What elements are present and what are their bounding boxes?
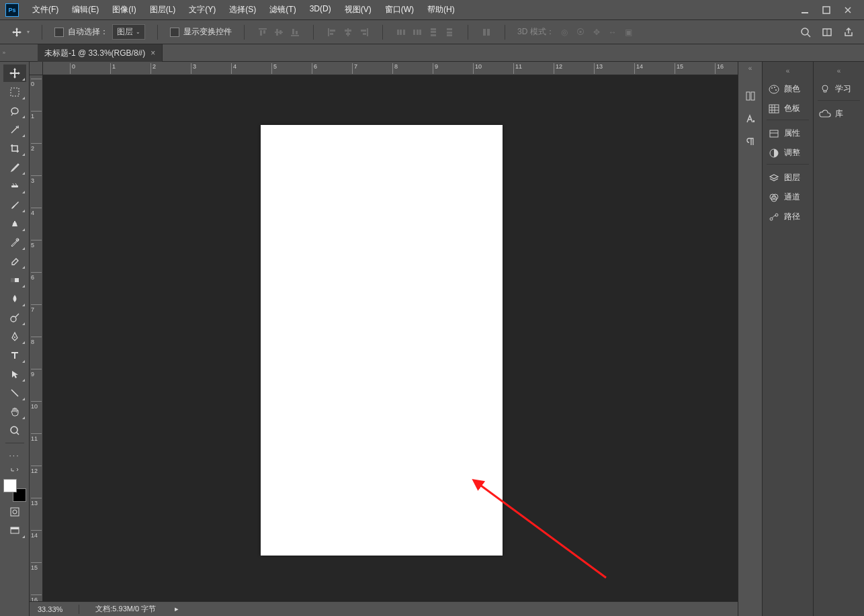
menu-select[interactable]: 选择(S)	[224, 1, 261, 18]
healing-brush-tool[interactable]	[3, 177, 26, 195]
menu-image[interactable]: 图像(I)	[107, 1, 141, 18]
zoom-tool[interactable]	[3, 422, 26, 439]
tool-preset-caret-icon[interactable]: ▾	[27, 29, 30, 35]
path-selection-tool[interactable]	[3, 365, 26, 383]
3d-orbit-icon[interactable]: ◎	[558, 26, 570, 38]
collapse-panels-icon[interactable]: «	[748, 64, 752, 72]
share-icon[interactable]	[843, 26, 855, 38]
distribute-v1-icon[interactable]	[427, 26, 439, 38]
lasso-tool[interactable]	[3, 102, 26, 120]
align-top-icon[interactable]	[257, 26, 269, 38]
pen-tool[interactable]	[3, 328, 26, 345]
document-tab[interactable]: 未标题-1 @ 33.3%(RGB/8#) ×	[38, 44, 163, 62]
panel-channels[interactable]: 通道	[763, 187, 813, 207]
svg-rect-47	[11, 527, 19, 529]
chevron-down-icon: ⌄	[136, 29, 140, 35]
menu-window[interactable]: 窗口(W)	[380, 1, 419, 18]
maximize-button[interactable]	[821, 5, 832, 15]
foreground-color[interactable]	[3, 479, 17, 492]
3d-scale-icon[interactable]: ▣	[623, 26, 635, 38]
search-icon[interactable]	[800, 26, 812, 38]
eraser-tool[interactable]	[3, 253, 26, 270]
close-tab-icon[interactable]: ×	[150, 48, 155, 58]
panel-paths[interactable]: 路径	[763, 207, 813, 226]
svg-rect-18	[361, 30, 366, 32]
panel-libraries[interactable]: 库	[814, 104, 864, 124]
artboard[interactable]	[261, 125, 503, 556]
menu-view[interactable]: 视图(V)	[339, 1, 377, 18]
show-transform-checkbox[interactable]	[170, 28, 179, 37]
magic-wand-tool[interactable]	[3, 121, 26, 138]
distribute-h1-icon[interactable]	[395, 26, 407, 38]
panel-learn[interactable]: 学习	[814, 79, 864, 99]
menu-help[interactable]: 帮助(H)	[422, 1, 460, 18]
close-button[interactable]	[843, 5, 853, 15]
distribute-v2-icon[interactable]	[443, 26, 456, 38]
marquee-tool[interactable]	[3, 83, 26, 101]
align-right-icon[interactable]	[358, 26, 370, 38]
color-swatches[interactable]	[3, 479, 26, 502]
ruler-tick: 4	[31, 208, 42, 216]
svg-point-55	[775, 89, 777, 91]
menu-type[interactable]: 文字(Y)	[183, 1, 221, 18]
auto-align-icon[interactable]	[480, 26, 492, 38]
brush-tool[interactable]	[3, 196, 26, 214]
history-brush-tool[interactable]	[3, 234, 26, 251]
canvas-viewport[interactable]	[43, 75, 738, 601]
screen-mode-button[interactable]	[3, 522, 26, 539]
paragraph-panel-icon[interactable]	[744, 136, 757, 148]
window-controls	[800, 5, 859, 15]
shape-tool[interactable]	[3, 384, 26, 402]
eyedropper-tool[interactable]	[3, 159, 26, 176]
3d-roll-icon[interactable]: ⦿	[574, 26, 587, 38]
character-panel-icon[interactable]	[744, 113, 757, 125]
frame-arrangement-icon[interactable]	[821, 26, 833, 38]
panel-swatches[interactable]: 色板	[763, 99, 813, 118]
minimize-button[interactable]	[800, 5, 810, 15]
collapse-panels-icon-3[interactable]: «	[837, 67, 841, 75]
status-menu-icon[interactable]: ▸	[175, 605, 179, 613]
auto-select-dropdown[interactable]: 图层 ⌄	[112, 24, 145, 40]
dodge-tool[interactable]	[3, 309, 26, 326]
menu-layer[interactable]: 图层(L)	[144, 1, 181, 18]
history-panel-icon[interactable]	[744, 90, 757, 102]
panel-color[interactable]: 颜色	[763, 79, 813, 99]
zoom-level[interactable]: 33.33%	[38, 605, 62, 613]
vertical-ruler[interactable]: 01234567891011121314151617	[30, 75, 43, 601]
align-left-icon[interactable]	[326, 26, 338, 38]
align-bottom-icon[interactable]	[289, 26, 301, 38]
auto-select-checkbox[interactable]	[54, 28, 64, 37]
type-tool[interactable]	[3, 347, 26, 364]
swap-colors-button[interactable]	[3, 466, 26, 475]
svg-rect-15	[345, 30, 351, 32]
menu-filter[interactable]: 滤镜(T)	[264, 1, 301, 18]
menu-file[interactable]: 文件(F)	[27, 1, 64, 18]
crop-tool[interactable]	[3, 140, 26, 157]
clone-stamp-tool[interactable]	[3, 215, 26, 232]
align-hcenter-icon[interactable]	[342, 26, 354, 38]
quick-mask-button[interactable]	[3, 503, 26, 521]
toolbox-expand-toggle[interactable]: »	[0, 44, 8, 62]
move-tool[interactable]	[3, 64, 26, 82]
blur-tool[interactable]	[3, 290, 26, 308]
distribute-h2-icon[interactable]	[411, 26, 423, 38]
ruler-tick: 10	[473, 63, 482, 74]
panel-adjustments[interactable]: 调整	[763, 143, 813, 163]
menu-edit[interactable]: 编辑(E)	[67, 1, 104, 18]
3d-pan-icon[interactable]: ✥	[591, 26, 603, 38]
ruler-origin[interactable]	[30, 62, 43, 75]
document-info[interactable]: 文档:5.93M/0 字节	[95, 604, 156, 614]
collapse-panels-icon-2[interactable]: «	[786, 67, 790, 75]
hand-tool[interactable]	[3, 403, 26, 421]
gradient-tool[interactable]	[3, 271, 26, 289]
align-vcenter-icon[interactable]	[273, 26, 285, 38]
panel-properties[interactable]: 属性	[763, 124, 813, 143]
panel-layers[interactable]: 图层	[763, 168, 813, 187]
panel-label: 学习	[835, 83, 851, 95]
3d-slide-icon[interactable]: ↔	[607, 26, 619, 38]
edit-toolbar-button[interactable]: ···	[3, 447, 26, 464]
svg-rect-10	[296, 31, 298, 34]
svg-point-64	[822, 85, 828, 91]
menu-3d[interactable]: 3D(D)	[304, 1, 337, 18]
horizontal-ruler[interactable]: 01234567891011121314151617	[43, 62, 738, 75]
